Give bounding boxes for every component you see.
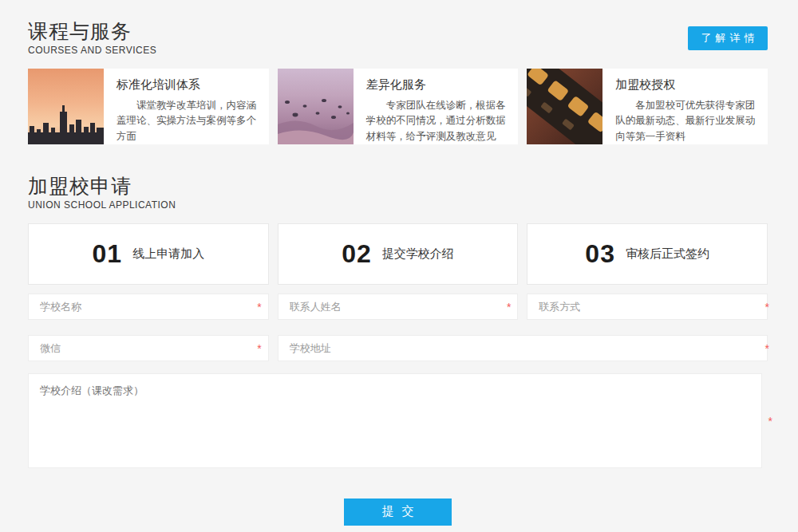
- wechat-field: *: [28, 335, 269, 361]
- service-card-training: 标准化培训体系 课堂教学改革培训，内容涵盖理论、实操方法与案例等多个方面: [28, 69, 269, 144]
- form-row-1: * * *: [28, 294, 768, 320]
- step-card-sign-contract: 03 审核后正式签约: [527, 223, 768, 285]
- step-number: 02: [342, 241, 372, 266]
- contact-name-field: *: [278, 294, 519, 320]
- school-name-input[interactable]: [28, 294, 269, 320]
- school-intro-field: *: [28, 373, 768, 468]
- required-asterisk: *: [507, 301, 511, 313]
- step-label: 提交学校介绍: [382, 246, 454, 262]
- required-asterisk: *: [765, 343, 769, 354]
- service-card-title: 标准化培训体系: [117, 77, 258, 93]
- film-strip-image: [527, 69, 602, 144]
- wechat-input[interactable]: [28, 335, 269, 361]
- application-steps: 01 线上申请加入 02 提交学校介绍 03 审核后正式签约: [28, 223, 768, 285]
- learn-more-button[interactable]: 了解详情: [688, 26, 768, 50]
- school-address-field: *: [278, 335, 768, 361]
- step-number: 01: [93, 241, 123, 266]
- school-address-input[interactable]: [278, 335, 768, 361]
- form-row-2: * *: [28, 335, 768, 361]
- service-card-description: 各加盟校可优先获得专家团队的最新动态、最新行业发展动向等第一手资料: [615, 98, 757, 144]
- service-card-title: 差异化服务: [366, 77, 508, 93]
- required-asterisk: *: [768, 416, 772, 427]
- contact-name-input[interactable]: [278, 294, 519, 320]
- page-container: 课程与服务 COURSES AND SERVICES 了解详情: [28, 0, 768, 526]
- desert-dunes-image: [278, 69, 354, 144]
- contact-method-input[interactable]: [527, 294, 768, 320]
- application-section-header: 加盟校申请 UNION SCHOOL APPLICATION: [28, 175, 768, 211]
- application-subtitle: UNION SCHOOL APPLICATION: [28, 199, 768, 211]
- required-asterisk: *: [765, 301, 769, 313]
- courses-title: 课程与服务: [28, 20, 768, 43]
- service-card-differentiated: 差异化服务 专家团队在线诊断，根据各学校的不同情况，通过分析数据材料等，给予评测…: [278, 69, 519, 144]
- application-form: * * * * * * 提交: [28, 294, 768, 526]
- service-card-title: 加盟校授权: [615, 77, 757, 93]
- service-card-authorization: 加盟校授权 各加盟校可优先获得专家团队的最新动态、最新行业发展动向等第一手资料: [527, 69, 768, 144]
- school-intro-textarea[interactable]: [28, 373, 762, 468]
- service-card-body: 标准化培训体系 课堂教学改革培训，内容涵盖理论、实操方法与案例等多个方面: [104, 69, 269, 144]
- service-card-body: 差异化服务 专家团队在线诊断，根据各学校的不同情况，通过分析数据材料等，给予评测…: [354, 69, 519, 144]
- submit-row: 提交: [28, 499, 768, 526]
- required-asterisk: *: [257, 301, 261, 313]
- required-asterisk: *: [257, 343, 261, 354]
- service-card-description: 专家团队在线诊断，根据各学校的不同情况，通过分析数据材料等，给予评测及教改意见: [366, 98, 508, 144]
- application-title: 加盟校申请: [28, 175, 768, 198]
- step-card-apply-online: 01 线上申请加入: [28, 223, 269, 285]
- city-skyline-sunset-image: [28, 69, 104, 144]
- step-label: 审核后正式签约: [626, 246, 709, 262]
- courses-section-header: 课程与服务 COURSES AND SERVICES: [28, 20, 768, 56]
- step-label: 线上申请加入: [132, 246, 204, 262]
- school-name-field: *: [28, 294, 269, 320]
- contact-method-field: *: [527, 294, 768, 320]
- step-number: 03: [585, 241, 615, 266]
- service-card-description: 课堂教学改革培训，内容涵盖理论、实操方法与案例等多个方面: [117, 98, 258, 144]
- step-card-submit-intro: 02 提交学校介绍: [278, 223, 519, 285]
- courses-subtitle: COURSES AND SERVICES: [28, 45, 768, 56]
- service-card-body: 加盟校授权 各加盟校可优先获得专家团队的最新动态、最新行业发展动向等第一手资料: [602, 69, 768, 144]
- submit-button[interactable]: 提交: [344, 499, 452, 526]
- service-cards: 标准化培训体系 课堂教学改革培训，内容涵盖理论、实操方法与案例等多个方面: [28, 69, 768, 144]
